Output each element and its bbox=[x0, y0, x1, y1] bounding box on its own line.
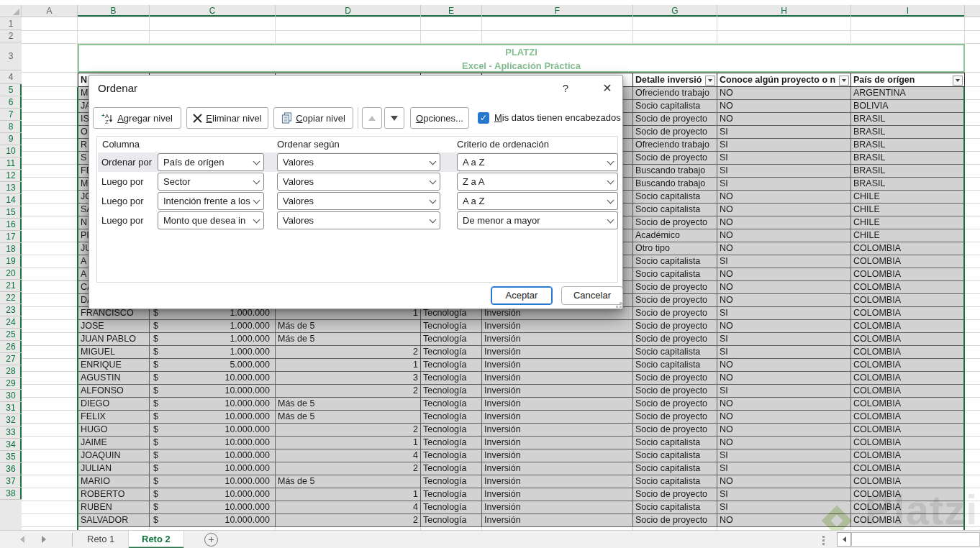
cell-b34[interactable]: JULIAN bbox=[78, 462, 150, 475]
row-header-30[interactable]: 30 bbox=[0, 390, 22, 402]
cell-d34[interactable]: 2 bbox=[276, 462, 421, 475]
cell-g36[interactable]: Socio de proyecto bbox=[633, 488, 717, 501]
cell-e24[interactable]: Tecnología bbox=[421, 333, 482, 346]
cell-g5[interactable]: Ofreciendo trabajo bbox=[633, 87, 717, 100]
cell-c23[interactable]: $1.000.000 bbox=[150, 320, 276, 333]
level4-column-dropdown[interactable]: Monto que desea in bbox=[158, 211, 264, 229]
cell-g12[interactable]: Buscando trabajo bbox=[633, 178, 717, 191]
row-header-33[interactable]: 33 bbox=[0, 426, 22, 439]
cell-g10[interactable]: Socio de proyecto bbox=[633, 152, 717, 165]
cell-d33[interactable]: 4 bbox=[276, 449, 421, 462]
cell-i38[interactable]: COLOMBIA bbox=[851, 514, 965, 527]
cell-f27[interactable]: Inversión bbox=[482, 372, 633, 385]
row-header-21[interactable]: 21 bbox=[0, 280, 22, 292]
row-header-36[interactable]: 36 bbox=[0, 463, 22, 475]
column-header-F[interactable]: F bbox=[482, 5, 633, 17]
move-level-down-button[interactable] bbox=[384, 107, 404, 129]
cell-h19[interactable]: NO bbox=[717, 268, 851, 281]
cell-b26[interactable]: ENRIQUE bbox=[78, 359, 150, 372]
cell-b32[interactable]: JAIME bbox=[78, 437, 150, 449]
cell-g14[interactable]: Socio capitalista bbox=[633, 204, 717, 216]
cell-h17[interactable]: NO bbox=[717, 242, 851, 255]
level2-order-dropdown[interactable]: Z a A bbox=[457, 173, 618, 191]
cell-g17[interactable]: Otro tipo bbox=[633, 242, 717, 255]
cell-h31[interactable]: NO bbox=[717, 424, 851, 437]
table-header-g[interactable]: Detalle inversió bbox=[633, 73, 717, 87]
cell-c32[interactable]: $10.000.000 bbox=[150, 437, 276, 449]
cell-f32[interactable]: Inversión bbox=[482, 437, 633, 449]
cell-h18[interactable]: SI bbox=[717, 255, 851, 268]
cell-i7[interactable]: BRASIL bbox=[851, 113, 965, 126]
cell-h8[interactable]: SI bbox=[717, 126, 851, 139]
cell-h30[interactable]: NO bbox=[717, 411, 851, 424]
cell-g19[interactable]: Socio capitalista bbox=[633, 268, 717, 281]
cell-c36[interactable]: $10.000.000 bbox=[150, 488, 276, 501]
next-sheet-icon[interactable] bbox=[42, 536, 46, 543]
worksheet-title-cell[interactable]: PLATZI Excel - Aplicación Práctica bbox=[78, 44, 965, 73]
cell-d30[interactable]: Más de 5 bbox=[276, 411, 421, 424]
cell-h13[interactable]: NO bbox=[717, 191, 851, 204]
sheet-tab-reto2[interactable]: Reto 2 bbox=[128, 531, 184, 548]
cell-e35[interactable]: Tecnología bbox=[421, 475, 482, 488]
cell-b28[interactable]: ALFONSO bbox=[78, 385, 150, 398]
cell-g31[interactable]: Socio de proyecto bbox=[633, 424, 717, 437]
cell-i17[interactable]: COLOMBIA bbox=[851, 242, 965, 255]
cell-c26[interactable]: $5.000.000 bbox=[150, 359, 276, 372]
cell-e34[interactable]: Tecnología bbox=[421, 462, 482, 475]
cell-e33[interactable]: Tecnología bbox=[421, 449, 482, 462]
column-header-D[interactable]: D bbox=[276, 5, 421, 17]
cell-f24[interactable]: Inversión bbox=[482, 333, 633, 346]
row-header-1[interactable]: 1 bbox=[0, 17, 22, 30]
cell-h28[interactable]: SI bbox=[717, 385, 851, 398]
close-icon[interactable]: ✕ bbox=[599, 81, 616, 96]
cell-i26[interactable]: COLOMBIA bbox=[851, 359, 965, 372]
row-header-32[interactable]: 32 bbox=[0, 414, 22, 426]
row-header-9[interactable]: 9 bbox=[0, 133, 22, 145]
cell-h38[interactable]: NO bbox=[717, 514, 851, 527]
cell-e32[interactable]: Tecnología bbox=[421, 437, 482, 449]
cell-f25[interactable]: Inversión bbox=[482, 346, 633, 359]
row-header-29[interactable]: 29 bbox=[0, 378, 22, 390]
cell-i37[interactable]: COLOMBIA bbox=[851, 501, 965, 514]
row-header-5[interactable]: 5 bbox=[0, 84, 22, 96]
cell-d32[interactable]: 1 bbox=[276, 437, 421, 449]
cell-i12[interactable]: BRASIL bbox=[851, 178, 965, 191]
cell-g33[interactable]: Socio capitalista bbox=[633, 449, 717, 462]
cell-h15[interactable]: NO bbox=[717, 216, 851, 229]
cell-h33[interactable]: SI bbox=[717, 449, 851, 462]
level1-order-dropdown[interactable]: A a Z bbox=[457, 153, 618, 171]
cell-f36[interactable]: Inversión bbox=[482, 488, 633, 501]
cell-c28[interactable]: $10.000.000 bbox=[150, 385, 276, 398]
cell-i11[interactable]: BRASIL bbox=[851, 165, 965, 178]
row-header-18[interactable]: 18 bbox=[0, 243, 22, 255]
cell-d29[interactable]: Más de 5 bbox=[276, 398, 421, 411]
cell-g18[interactable]: Socio capitalista bbox=[633, 255, 717, 268]
cell-b23[interactable]: JOSE bbox=[78, 320, 150, 333]
level2-column-dropdown[interactable]: Sector bbox=[158, 173, 264, 191]
row-header-6[interactable]: 6 bbox=[0, 96, 22, 109]
cell-e28[interactable]: Tecnología bbox=[421, 385, 482, 398]
cell-e27[interactable]: Tecnología bbox=[421, 372, 482, 385]
filter-dropdown-button[interactable] bbox=[953, 76, 963, 86]
cell-g22[interactable]: Socio de proyecto bbox=[633, 307, 717, 320]
cell-e38[interactable]: Tecnología bbox=[421, 514, 482, 527]
cell-i18[interactable]: COLOMBIA bbox=[851, 255, 965, 268]
cell-b35[interactable]: MARIO bbox=[78, 475, 150, 488]
cell-e30[interactable]: Tecnología bbox=[421, 411, 482, 424]
cell-g21[interactable]: Socio de proyecto bbox=[633, 294, 717, 307]
cell-g23[interactable]: Socio de proyecto bbox=[633, 320, 717, 333]
cell-c30[interactable]: $10.000.000 bbox=[150, 411, 276, 424]
row-header-35[interactable]: 35 bbox=[0, 451, 22, 463]
cell-i33[interactable]: COLOMBIA bbox=[851, 449, 965, 462]
accept-button[interactable]: Aceptar bbox=[491, 286, 553, 305]
cell-g38[interactable]: Socio de proyecto bbox=[633, 514, 717, 527]
cell-g13[interactable]: Socio capitalista bbox=[633, 191, 717, 204]
table-header-h[interactable]: Conoce algún proyecto o n bbox=[717, 73, 851, 87]
cell-g30[interactable]: Socio de proyecto bbox=[633, 411, 717, 424]
cell-e37[interactable]: Tecnología bbox=[421, 501, 482, 514]
cell-g32[interactable]: Socio capitalista bbox=[633, 437, 717, 449]
cell-d37[interactable]: 4 bbox=[276, 501, 421, 514]
cell-b30[interactable]: FELIX bbox=[78, 411, 150, 424]
cell-h35[interactable]: NO bbox=[717, 475, 851, 488]
cell-i8[interactable]: BRASIL bbox=[851, 126, 965, 139]
